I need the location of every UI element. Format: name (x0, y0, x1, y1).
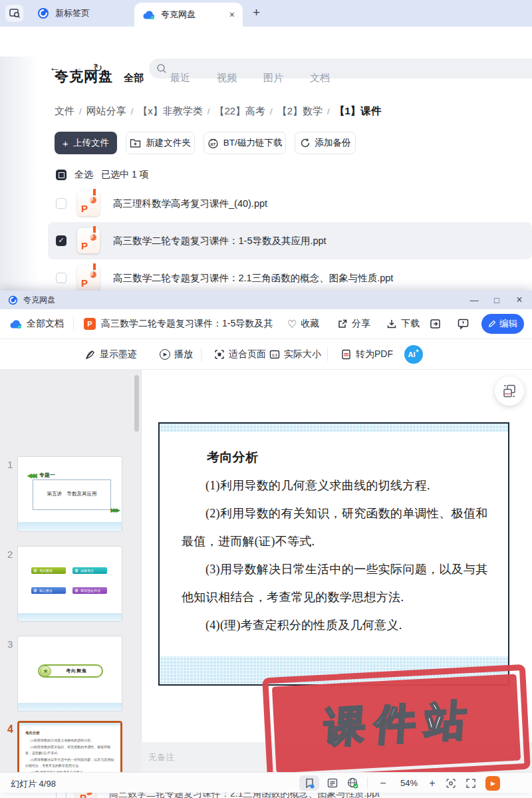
play-slideshow-button[interactable]: ▶ 播放 (160, 339, 193, 369)
slide-top-band (160, 424, 508, 432)
file-name[interactable]: 高三数学二轮专题复习课件：2.1三角函数的概念、图象与性质.ppt (113, 272, 393, 285)
select-all-label[interactable]: 全选 (74, 169, 93, 181)
file-row[interactable]: P 高三理科数学高考复习课件_(40).ppt (48, 185, 532, 222)
bt-magnet-download-button[interactable]: BT BT/磁力链下载 (203, 132, 286, 154)
file-row-selected[interactable]: ✓ P 高三数学二轮专题复习课件：1-5导数及其应用.ppt (48, 222, 532, 259)
fullscreen-button[interactable] (463, 775, 479, 791)
tab-close-icon[interactable]: × (229, 9, 235, 20)
quark-logo-icon (142, 10, 156, 20)
stamp-text: 课件站 (315, 692, 477, 756)
tab-doc[interactable]: 文档 (310, 72, 330, 84)
fit-page-icon (214, 349, 225, 360)
present-play-button[interactable]: ▶ (485, 775, 500, 791)
convert-to-pdf-button[interactable]: PDF 转为PDF (340, 339, 393, 369)
chevron-left-icon: ◀◀◀ (27, 472, 35, 479)
notes-placeholder: 无备注 (148, 751, 174, 763)
tab-video[interactable]: 视频 (217, 72, 237, 84)
crumb[interactable]: 文件 (55, 105, 74, 118)
close-button[interactable]: × (508, 291, 531, 309)
actual-size-icon: 1:1 (269, 349, 280, 360)
browser-tab-new[interactable]: 新标签页 (28, 0, 99, 27)
tab-recent[interactable]: 最近 (170, 72, 190, 84)
thumb-number-selected: 4 (7, 724, 13, 735)
crumb[interactable]: 网站分享 (86, 105, 126, 118)
browser-tab-strip: 新标签页 夸克网盘 × + (0, 0, 532, 27)
svg-text:PDF: PDF (344, 353, 348, 356)
selection-bar: 全选 已选中 1 项 (56, 169, 149, 181)
tab-search-button[interactable] (5, 5, 23, 22)
new-tab-logo-icon (37, 7, 49, 19)
pdf-icon: PDF (340, 349, 352, 360)
bookmark-tool-button[interactable] (299, 775, 319, 791)
svg-text:BT: BT (210, 142, 215, 146)
heart-icon: ♡ (287, 318, 297, 331)
watermark-stamp: 课件站 (262, 664, 531, 783)
slide-counter: 幻灯片 4/98 (11, 778, 56, 790)
document-title: 高三数学二轮专题复习课件：1-5导数及其 (101, 309, 282, 338)
divider (327, 348, 328, 361)
divider (201, 348, 201, 361)
file-name[interactable]: 高三理科数学高考复习课件_(40).ppt (113, 198, 267, 210)
file-name[interactable]: 高三数学二轮专题复习课件：1-5导数及其应用.ppt (113, 235, 327, 247)
thumb-number: 3 (7, 638, 13, 650)
left-edge-shadow (0, 57, 39, 291)
screenshot-button[interactable] (443, 775, 459, 791)
ai-assistant-button[interactable]: AI✦ (404, 345, 423, 364)
feedback-button[interactable] (458, 309, 469, 338)
slide-title: 考向分析 (182, 444, 499, 471)
thumb1-title: 第五讲 导数及其应用 (33, 491, 110, 497)
bt-icon: BT (207, 138, 219, 149)
slide-thumbnail-3[interactable]: ★ 考向聚焦 (17, 636, 122, 712)
share-button[interactable]: 分享 (337, 309, 370, 338)
tab-image[interactable]: 图片 (263, 72, 283, 84)
slide-thumbnail-2[interactable]: 1考向聚焦 3高频考点 2核心整合 4课后强化作业 (17, 546, 122, 622)
fit-page-button[interactable]: 适合页面 (214, 339, 266, 369)
new-tab-button[interactable]: + (253, 5, 260, 20)
favorite-button[interactable]: ♡ 收藏 (287, 309, 319, 338)
transfer-icon (430, 319, 442, 329)
upload-file-button[interactable]: + 上传文件 (55, 132, 117, 154)
slide-thumbnail-4-selected[interactable]: 考向分析 (1)利用导数的几何意义求曲线的切线方程. (2)利用导数的有关知识，… (17, 721, 122, 772)
zoom-out-button[interactable]: − (376, 775, 390, 791)
bookmark-icon (305, 778, 315, 789)
row-checkbox[interactable] (56, 198, 66, 209)
browser-navbar: ← → ↻ (0, 27, 532, 57)
svg-text:1:1: 1:1 (272, 352, 277, 356)
convert-pdf-floating-button[interactable]: PDF (495, 376, 524, 406)
crumb[interactable]: 【x】非教学类 (138, 105, 203, 118)
edit-button[interactable]: 编辑 (481, 314, 524, 334)
ppt-file-icon: P (77, 228, 100, 253)
star-icon: ★ (40, 666, 51, 677)
save-to-drive-button[interactable] (430, 309, 442, 338)
zoom-in-button[interactable]: + (426, 775, 439, 791)
ppt-file-icon: P (76, 793, 96, 798)
play-icon: ▶ (160, 349, 170, 360)
notes-view-button[interactable] (325, 775, 340, 791)
tab-all[interactable]: 全部 (124, 72, 144, 84)
actual-size-button[interactable]: 1:1 实际大小 (269, 339, 321, 369)
crumb[interactable]: 【2】数学 (277, 105, 323, 118)
browser-tab-active[interactable]: 夸克网盘 × (134, 3, 243, 27)
thumb4-title: 考向分析 (25, 731, 114, 735)
maximize-button[interactable]: □ (485, 291, 508, 309)
new-folder-button[interactable]: 新建文件夹 (126, 132, 195, 154)
chevron-right-icon: ▶▶▶ (110, 507, 118, 513)
all-docs-button[interactable]: 全部文档 (9, 309, 64, 338)
online-status-button[interactable] (344, 775, 360, 791)
minimize-button[interactable]: — (463, 291, 485, 309)
download-button[interactable]: 下载 (386, 309, 420, 338)
slide-body-text: 考向分析 (1)利用导数的几何意义求曲线的切线方程. (2)利用导数的有关知识，… (182, 444, 499, 639)
thumbnail-scrollbar[interactable] (134, 375, 139, 432)
show-ink-button[interactable]: 显示墨迹 (85, 339, 137, 369)
crumb[interactable]: 【22】高考 (214, 105, 265, 118)
tab-label: 夸克网盘 (161, 9, 196, 21)
select-all-checkbox[interactable] (56, 170, 66, 180)
globe-check-icon (347, 777, 358, 789)
slide-thumbnail-1[interactable]: ◀◀◀ 专题一 第五讲 导数及其应用 ▶▶▶ (17, 456, 122, 532)
window-titlebar: 夸克网盘 — □ × (0, 291, 532, 309)
divider (73, 317, 74, 331)
row-checkbox[interactable] (56, 273, 66, 283)
add-backup-button[interactable]: 添加备份 (295, 132, 356, 154)
row-checkbox-checked[interactable]: ✓ (56, 235, 66, 246)
viewer-toolbar: 全部文档 P 高三数学二轮专题复习课件：1-5导数及其 ♡ 收藏 分享 下载 编… (0, 309, 532, 339)
